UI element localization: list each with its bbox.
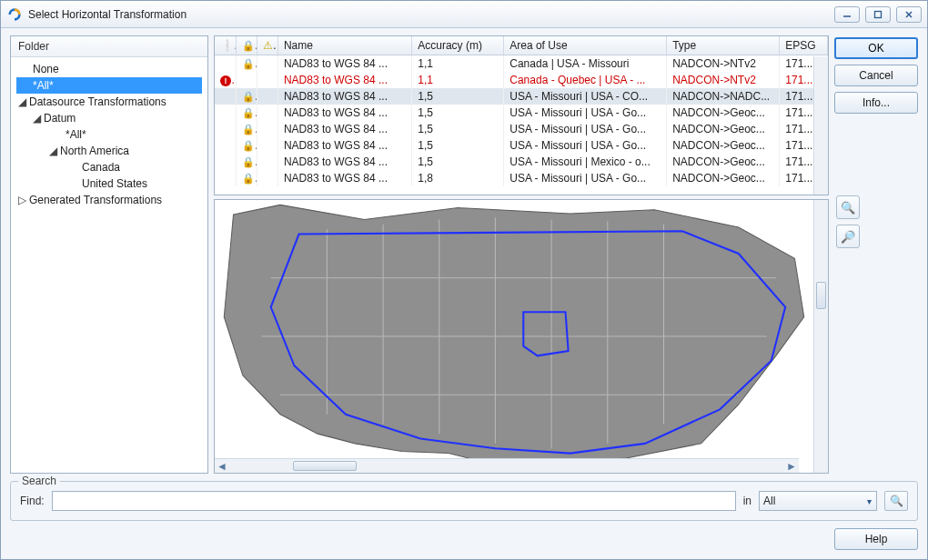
cell-name: NAD83 to WGS 84 ... [277, 121, 411, 137]
cell-area: Canada - Quebec | USA - ... [504, 72, 667, 88]
tree-item-usa[interactable]: United States [16, 175, 202, 192]
map-vertical-scrollbar[interactable] [813, 200, 828, 473]
tree-item-north-america[interactable]: ◢North America [16, 143, 202, 159]
folder-tree[interactable]: None *All* ◢Datasource Transformations ◢… [11, 57, 207, 473]
lock-icon: 🔒 [242, 90, 257, 103]
alert-icon: ! [220, 75, 231, 86]
tree-item-all[interactable]: *All* [16, 77, 202, 94]
scroll-right-icon[interactable]: ► [784, 459, 799, 473]
table-row[interactable]: 🔒NAD83 to WGS 84 ...1,5USA - Missouri | … [215, 105, 828, 121]
scroll-thumb[interactable] [816, 282, 826, 309]
lock-header-icon: 🔒 [242, 39, 257, 52]
svg-rect-1 [875, 11, 882, 17]
lock-icon: 🔒 [242, 123, 257, 135]
tree-collapse-icon[interactable]: ◢ [49, 144, 60, 158]
folder-panel: Folder None *All* ◢Datasource Transforma… [10, 35, 208, 474]
maximize-button[interactable] [865, 6, 891, 23]
map-panel: ◄ ► [214, 199, 829, 474]
cell-name: NAD83 to WGS 84 ... [277, 88, 411, 105]
col-name[interactable]: Name [277, 36, 411, 55]
tree-item-none[interactable]: None [16, 61, 202, 77]
search-button[interactable]: 🔍 [884, 491, 908, 511]
cell-name: NAD83 to WGS 84 ... [277, 137, 411, 154]
tree-item-datum[interactable]: ◢Datum [16, 110, 202, 126]
scroll-thumb[interactable] [293, 461, 357, 471]
cell-area: USA - Missouri | Mexico - o... [504, 154, 667, 170]
tree-item-datasource-transformations[interactable]: ◢Datasource Transformations [16, 94, 202, 110]
col-warn[interactable]: ⚠ [257, 36, 277, 55]
cell-name: NAD83 to WGS 84 ... [277, 72, 411, 88]
cell-accuracy: 1,5 [412, 121, 504, 137]
search-scope-select[interactable]: All [759, 491, 877, 511]
cancel-button[interactable]: Cancel [834, 65, 918, 86]
map-canvas[interactable]: ◄ ► [215, 200, 813, 473]
col-area[interactable]: Area of Use [504, 36, 667, 55]
cell-name: NAD83 to WGS 84 ... [277, 55, 411, 73]
cell-type: NADCON->NADC... [667, 88, 780, 105]
cell-type: NADCON->Geoc... [667, 121, 780, 137]
lock-icon: 🔒 [242, 139, 257, 152]
tree-collapse-icon[interactable]: ◢ [18, 95, 29, 109]
app-icon [6, 6, 23, 23]
cell-area: USA - Missouri | USA - CO... [504, 88, 667, 105]
tree-item-datum-all[interactable]: *All* [16, 126, 202, 143]
cell-accuracy: 1,8 [412, 170, 504, 186]
col-accuracy[interactable]: Accuracy (m) [412, 36, 504, 55]
col-lock[interactable]: 🔒 [236, 36, 257, 55]
scroll-left-icon[interactable]: ◄ [215, 459, 229, 473]
tree-item-canada[interactable]: Canada [16, 159, 202, 175]
cell-accuracy: 1,5 [412, 154, 504, 170]
col-type[interactable]: Type [667, 36, 780, 55]
table-row[interactable]: !NAD83 to WGS 84 ...1,1Canada - Quebec |… [215, 72, 828, 88]
tree-item-generated-transformations[interactable]: ▷Generated Transformations [16, 192, 202, 208]
cell-type: NADCON->Geoc... [667, 154, 780, 170]
find-input[interactable] [52, 491, 736, 511]
table-scrollbar[interactable] [813, 56, 828, 195]
transformations-table: ❕ 🔒 ⚠ Name Accuracy (m) Area of Use Type… [214, 35, 829, 195]
titlebar: Select Horizontal Transformation [1, 1, 927, 28]
dialog-window: Select Horizontal Transformation Folder … [0, 0, 928, 560]
lock-icon: 🔒 [242, 106, 257, 119]
lock-icon: 🔒 [242, 155, 257, 168]
search-panel: Search Find: in All 🔍 [10, 481, 918, 521]
minimize-button[interactable] [834, 6, 860, 23]
tree-collapse-icon[interactable]: ◢ [33, 111, 44, 125]
folder-header: Folder [11, 36, 207, 57]
table-row[interactable]: 🔒NAD83 to WGS 84 ...1,5USA - Missouri | … [215, 137, 828, 154]
cell-area: USA - Missouri | USA - Go... [504, 121, 667, 137]
table-row[interactable]: 🔒NAD83 to WGS 84 ...1,5USA - Missouri | … [215, 88, 828, 105]
cell-accuracy: 1,5 [412, 105, 504, 121]
search-icon: 🔍 [890, 495, 903, 507]
cell-type: NADCON->Geoc... [667, 170, 780, 186]
table-row[interactable]: 🔒NAD83 to WGS 84 ...1,5USA - Missouri | … [215, 121, 828, 137]
table-row[interactable]: 🔒NAD83 to WGS 84 ...1,8USA - Missouri | … [215, 170, 828, 186]
tree-expand-icon[interactable]: ▷ [18, 193, 29, 207]
ok-button[interactable]: OK [834, 37, 918, 59]
lock-icon: 🔒 [242, 57, 257, 70]
cell-area: Canada | USA - Missouri [504, 55, 667, 73]
cell-name: NAD83 to WGS 84 ... [277, 170, 411, 186]
col-alert[interactable]: ❕ [215, 36, 236, 55]
cell-area: USA - Missouri | USA - Go... [504, 170, 667, 186]
window-title: Select Horizontal Transformation [28, 8, 834, 21]
help-button[interactable]: Help [834, 528, 918, 550]
table-row[interactable]: 🔒NAD83 to WGS 84 ...1,1Canada | USA - Mi… [215, 55, 828, 73]
cell-name: NAD83 to WGS 84 ... [277, 154, 411, 170]
cell-type: NADCON->Geoc... [667, 137, 780, 154]
cell-name: NAD83 to WGS 84 ... [277, 105, 411, 121]
upper-area: Folder None *All* ◢Datasource Transforma… [10, 35, 918, 474]
cell-accuracy: 1,1 [412, 55, 504, 73]
window-controls [834, 6, 922, 23]
center-panel: ❕ 🔒 ⚠ Name Accuracy (m) Area of Use Type… [214, 35, 829, 474]
table-header-row[interactable]: ❕ 🔒 ⚠ Name Accuracy (m) Area of Use Type… [215, 36, 828, 55]
cell-area: USA - Missouri | USA - Go... [504, 105, 667, 121]
col-epsg[interactable]: EPSG [780, 36, 828, 55]
info-button[interactable]: Info... [834, 92, 918, 114]
map-horizontal-scrollbar[interactable]: ◄ ► [215, 458, 799, 473]
cell-area: USA - Missouri | USA - Go... [504, 137, 667, 154]
cell-accuracy: 1,1 [412, 72, 504, 88]
lock-icon: 🔒 [242, 172, 257, 185]
close-button[interactable] [896, 6, 922, 23]
content-area: Folder None *All* ◢Datasource Transforma… [1, 28, 927, 559]
table-row[interactable]: 🔒NAD83 to WGS 84 ...1,5USA - Missouri | … [215, 154, 828, 170]
